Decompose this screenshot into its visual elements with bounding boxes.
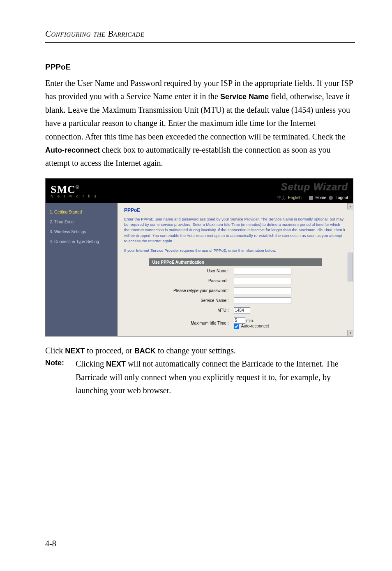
logo-block: SMC® N e t w o r k s [51, 183, 98, 198]
content-title: PPPoE [124, 207, 346, 213]
language-bar: 中文 English [277, 195, 301, 201]
table-header: Use PPPoE Authentication [149, 258, 322, 266]
text: Click [45, 346, 65, 355]
auto-reconnect-label: Auto-reconnect [241, 324, 269, 328]
sidebar-step-2[interactable]: 2. Time Zone [50, 217, 113, 227]
lang-chinese-link[interactable]: 中文 [277, 195, 286, 200]
after-shot-paragraph: Click NEXT to proceed, or BACK to change… [45, 344, 355, 357]
next-term: NEXT [106, 360, 126, 368]
text: to change your settings. [156, 346, 236, 355]
header-rule [45, 42, 355, 43]
max-idle-input[interactable] [234, 317, 245, 324]
logout-icon[interactable] [329, 196, 333, 200]
content-blurb: Enter the PPPoE user name and password a… [124, 216, 346, 244]
auto-reconnect-checkbox[interactable] [234, 324, 239, 329]
wizard-sidebar: 1. Getting Started 2. Time Zone 3. Wirel… [46, 203, 118, 336]
lang-english-link[interactable]: English [288, 195, 302, 200]
sidebar-step-3[interactable]: 3. Wireless Settings [50, 227, 113, 237]
wizard-content: PPPoE Enter the PPPoE user name and pass… [118, 203, 353, 336]
note-label: Note: [45, 357, 76, 397]
max-idle-label: Maximum Idle Time : [149, 316, 231, 331]
page-number: 4-8 [45, 539, 56, 548]
pppoe-form-table: Use PPPoE Authentication User Name: Pass… [149, 258, 322, 331]
scrollbar[interactable]: ▴ ▾ [347, 203, 353, 336]
running-head: Configuring the Barricade [45, 29, 355, 39]
back-term: BACK [134, 347, 156, 355]
section-title: PPPoE [45, 63, 355, 72]
sidebar-step-1[interactable]: 1. Getting Started [50, 207, 113, 217]
body-paragraph: Enter the User Name and Password require… [45, 77, 355, 170]
header-buttons: Home Logout [309, 195, 348, 200]
logo-text: SMC [51, 183, 76, 195]
wizard-title: Setup Wizard [281, 181, 348, 193]
scroll-thumb[interactable] [348, 253, 353, 281]
router-screenshot: SMC® N e t w o r k s Setup Wizard 中文 Eng… [45, 178, 353, 337]
home-link[interactable]: Home [316, 195, 327, 200]
logout-link[interactable]: Logout [335, 195, 348, 200]
logo-reg: ® [76, 184, 80, 190]
mtu-input[interactable] [234, 307, 250, 314]
note-text: Clicking NEXT will not automatically con… [76, 357, 355, 397]
scroll-down-icon[interactable]: ▾ [347, 330, 353, 336]
retype-password-input[interactable] [234, 288, 291, 294]
user-name-label: User Name: [149, 266, 231, 276]
service-name-term: Service Name [220, 93, 269, 101]
text: Clicking [76, 359, 106, 368]
auto-reconnect-term: Auto-reconnect [45, 146, 100, 154]
screenshot-body: 1. Getting Started 2. Time Zone 3. Wirel… [46, 203, 353, 336]
retype-password-label: Please retype your password : [149, 286, 231, 296]
text: to proceed, or [85, 346, 134, 355]
home-icon[interactable] [309, 196, 313, 200]
screenshot-header: SMC® N e t w o r k s Setup Wizard 中文 Eng… [46, 179, 353, 203]
sidebar-step-4[interactable]: 4. Connection Type Setting [50, 237, 113, 247]
smc-logo: SMC® [51, 183, 80, 195]
idle-unit: min. [246, 318, 254, 323]
note-block: Note: Clicking NEXT will not automatical… [45, 357, 355, 397]
logo-subtext: N e t w o r k s [51, 194, 98, 198]
next-term: NEXT [65, 347, 85, 355]
scroll-up-icon[interactable]: ▴ [347, 203, 353, 209]
content-blurb2: If your Internet Service Provider requir… [124, 248, 346, 253]
service-name-label: Service Name : [149, 296, 231, 306]
password-label: Password : [149, 276, 231, 286]
password-input[interactable] [234, 278, 291, 284]
header-right: Setup Wizard 中文 English Home Logout [277, 181, 348, 201]
user-name-input[interactable] [234, 268, 291, 274]
mtu-label: MTU : [149, 306, 231, 316]
service-name-input[interactable] [234, 297, 291, 304]
